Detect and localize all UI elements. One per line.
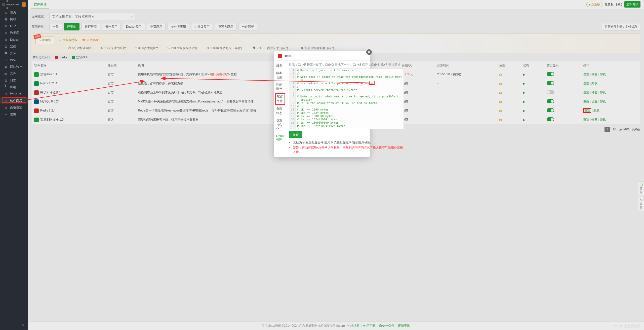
modal-menu-item[interactable]: 配置文件 xyxy=(275,93,285,105)
modal-header: Redis xyxy=(274,51,370,61)
modal-menu-item[interactable]: 服务 xyxy=(274,62,286,69)
modal-title: Redis xyxy=(284,54,292,58)
redis-icon xyxy=(278,54,282,58)
close-icon[interactable]: ✕ xyxy=(366,49,372,55)
modal-menu-item[interactable]: 版本切换 xyxy=(274,69,286,81)
modal-sidebar: 服务版本切换性能调整配置文件负载状态设置持久化Redis管理 xyxy=(274,61,286,157)
modal-menu-item[interactable]: 性能调整 xyxy=(274,81,286,93)
modal-menu-item[interactable]: Redis管理 xyxy=(274,133,286,143)
modal-menu-item[interactable]: 设置持久化 xyxy=(274,117,286,133)
note-info: 此处为redis主配置文件,若您不了解配置规则,请勿随意修改。 xyxy=(293,140,404,145)
redis-modal: ✕ Redis 服务版本切换性能调整配置文件负载状态设置持久化Redis管理 提… xyxy=(274,51,370,157)
save-button[interactable]: 保存 xyxy=(289,131,302,138)
note-warning: 警告：请勿开启Redis外网访问权限，未限制访问IP的情况下极大概率导致服务器被… xyxy=(293,145,404,154)
watermark: CSDN @是烫吃吓 xyxy=(614,324,640,328)
config-editor[interactable]: 1# Redis configuration file example.2#3#… xyxy=(289,68,404,129)
modal-menu-item[interactable]: 负载状态 xyxy=(274,105,286,117)
modal-mask: ✕ Redis 服务版本切换性能调整配置文件负载状态设置持久化Redis管理 提… xyxy=(0,0,644,330)
editor-hint: 提示：Ctrl+F 搜索关键字，Ctrl+G 查找下一个，Ctrl+S 保存，C… xyxy=(289,63,404,67)
